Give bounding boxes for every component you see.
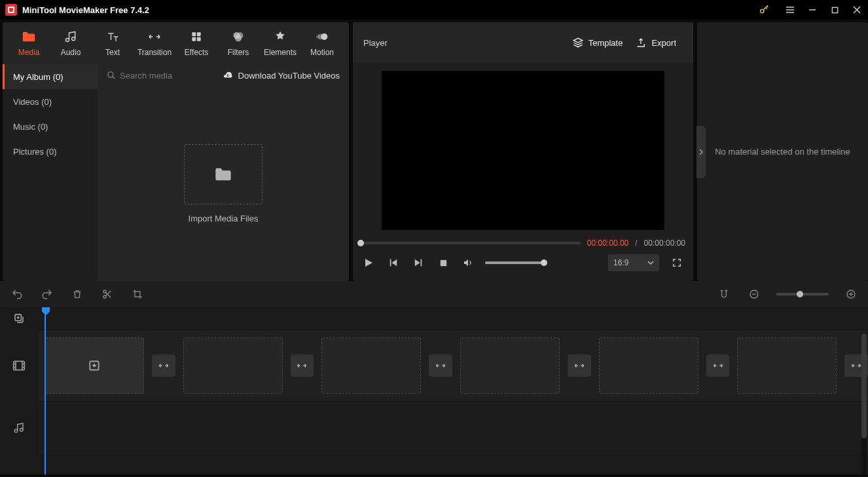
zoom-slider[interactable] [776, 293, 829, 296]
svg-rect-38 [14, 361, 25, 370]
volume-thumb[interactable] [541, 259, 547, 266]
filters-icon [232, 29, 245, 44]
scrub-track[interactable] [361, 242, 581, 244]
crop-button[interactable] [130, 286, 145, 302]
time-separator: / [635, 238, 637, 248]
prev-frame-button[interactable] [386, 255, 401, 271]
clip-slot[interactable] [599, 337, 698, 394]
tab-elements[interactable]: Elements [259, 22, 301, 64]
search-input-wrap[interactable] [107, 71, 198, 81]
fullscreen-button[interactable] [668, 254, 685, 271]
import-media-dropzone[interactable] [184, 144, 262, 204]
transition-icon [573, 361, 585, 370]
sidebar-item-videos-0[interactable]: Videos (0) [3, 89, 98, 114]
snap-button[interactable] [716, 286, 732, 302]
transition-slot[interactable] [568, 354, 591, 377]
clip-slot[interactable] [460, 337, 560, 394]
template-label: Template [588, 38, 623, 48]
tab-effects[interactable]: Effects [175, 22, 217, 64]
tab-label: Media [18, 48, 40, 57]
transition-icon [147, 29, 162, 44]
video-track[interactable] [38, 330, 868, 402]
undo-button[interactable] [9, 286, 25, 302]
minimize-button[interactable] [801, 0, 823, 20]
music-icon [64, 29, 77, 44]
timeline-ruler[interactable] [38, 307, 868, 330]
close-button[interactable] [846, 0, 868, 20]
player-title: Player [363, 38, 566, 48]
tab-label: Filters [228, 48, 249, 57]
tab-label: Elements [264, 48, 297, 57]
sidebar-item-my-album-0[interactable]: My Album (0) [3, 64, 98, 89]
titlebar: MiniTool MovieMaker Free 7.4.2 [0, 0, 868, 20]
sidebar-item-music-0[interactable]: Music (0) [3, 114, 98, 139]
timeline-tracks[interactable] [38, 307, 868, 474]
menu-icon[interactable] [779, 0, 801, 20]
transition-slot[interactable] [291, 354, 314, 377]
tab-motion[interactable]: Motion [301, 22, 343, 64]
zoom-thumb[interactable] [797, 291, 803, 297]
clip-slot[interactable] [737, 337, 837, 394]
video-preview[interactable] [382, 71, 664, 230]
tab-filters[interactable]: Filters [217, 22, 259, 64]
aspect-ratio-select[interactable]: 16:9 [608, 254, 659, 271]
clip-slot[interactable] [45, 337, 144, 394]
export-label: Export [651, 38, 676, 48]
tab-audio[interactable]: Audio [50, 22, 92, 64]
svg-rect-12 [192, 32, 196, 36]
svg-point-46 [20, 429, 24, 432]
add-track-button[interactable] [0, 307, 38, 330]
playhead[interactable] [45, 307, 46, 474]
next-frame-button[interactable] [410, 255, 426, 271]
audio-track[interactable] [38, 402, 868, 454]
search-input[interactable] [120, 71, 198, 81]
volume-slider[interactable] [485, 261, 544, 264]
transition-icon [712, 361, 724, 370]
timeline-scrollbar-thumb[interactable] [861, 334, 867, 438]
zoom-out-button[interactable] [746, 286, 762, 302]
motion-icon [316, 29, 329, 44]
app-logo [5, 4, 17, 16]
stop-button[interactable] [435, 255, 451, 271]
export-button[interactable]: Export [629, 37, 683, 48]
transition-icon [296, 361, 308, 370]
time-current: 00:00:00.00 [587, 238, 628, 248]
clip-slot[interactable] [321, 337, 421, 394]
clip-slot[interactable] [183, 337, 283, 394]
media-content: Download YouTube Videos Import Media Fil… [98, 64, 349, 281]
scrub-thumb[interactable] [357, 240, 364, 246]
tab-text[interactable]: Text [92, 22, 134, 64]
chevron-right-icon [698, 149, 704, 155]
svg-point-10 [66, 39, 69, 42]
template-button[interactable]: Template [566, 37, 630, 48]
svg-rect-15 [197, 37, 201, 41]
zoom-in-button[interactable] [843, 286, 859, 302]
svg-rect-29 [440, 259, 446, 265]
play-button[interactable] [361, 255, 376, 271]
tab-label: Text [105, 48, 120, 57]
transition-slot[interactable] [152, 354, 175, 377]
folder-icon [214, 166, 232, 182]
tab-transition[interactable]: Transition [134, 22, 175, 64]
svg-point-21 [316, 35, 319, 39]
transition-icon [158, 361, 170, 370]
delete-button[interactable] [69, 286, 85, 302]
sidebar-item-pictures-0[interactable]: Pictures (0) [3, 139, 98, 164]
split-button[interactable] [99, 286, 115, 302]
svg-rect-13 [197, 32, 201, 36]
transition-slot[interactable] [429, 354, 452, 377]
svg-point-11 [72, 37, 75, 41]
properties-collapse-button[interactable] [696, 126, 706, 178]
redo-button[interactable] [39, 286, 55, 302]
license-key-icon[interactable] [753, 0, 775, 20]
svg-rect-7 [832, 7, 837, 12]
volume-button[interactable] [460, 255, 476, 271]
timeline-area [0, 281, 868, 474]
import-media-label: Import Media Files [189, 214, 259, 223]
transition-slot[interactable] [706, 354, 730, 377]
media-sidebar: My Album (0)Videos (0)Music (0)Pictures … [3, 64, 98, 281]
tab-media[interactable]: Media [8, 22, 50, 64]
timeline-scrollbar[interactable] [861, 334, 867, 474]
download-youtube-button[interactable]: Download YouTube Videos [223, 70, 340, 81]
maximize-button[interactable] [823, 0, 846, 20]
